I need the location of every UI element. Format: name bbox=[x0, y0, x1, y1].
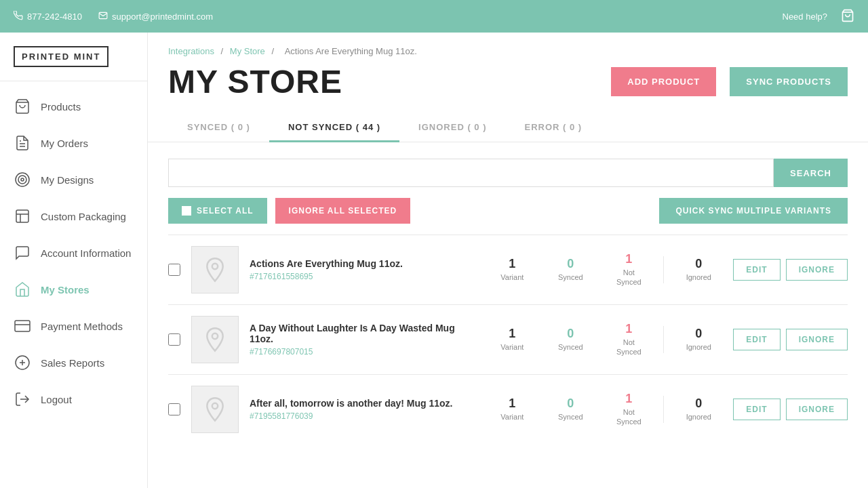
product-ignored-1: 0 Ignored bbox=[675, 258, 722, 282]
ignore-all-selected-button[interactable]: IGNORE ALL SELECTED bbox=[275, 198, 411, 224]
synced-count-3: 0 bbox=[547, 397, 594, 409]
product-name-3: After all, tomorrow is another day! Mug … bbox=[250, 398, 477, 409]
sidebar-item-my-orders[interactable]: My Orders bbox=[0, 125, 147, 161]
ignored-label-3: Ignored bbox=[675, 412, 722, 422]
sidebar-item-my-designs[interactable]: My Designs bbox=[0, 161, 147, 198]
edit-button-1[interactable]: EDIT bbox=[733, 259, 780, 281]
variants-label-3: Variant bbox=[488, 412, 536, 422]
reports-icon bbox=[14, 354, 31, 371]
logout-icon bbox=[14, 390, 31, 408]
topbar: 877-242-4810 support@printedmint.com Nee… bbox=[0, 0, 868, 33]
search-row: SEARCH bbox=[168, 159, 848, 187]
ignored-count-1: 0 bbox=[675, 258, 722, 270]
svg-point-17 bbox=[212, 333, 218, 339]
sidebar-item-label: Account Information bbox=[41, 247, 131, 259]
phone-contact: 877-242-4810 bbox=[14, 11, 82, 22]
variants-label-2: Variant bbox=[488, 342, 536, 352]
sidebar-item-sales-reports[interactable]: Sales Reports bbox=[0, 344, 147, 381]
phone-number: 877-242-4810 bbox=[27, 12, 82, 22]
divider-1 bbox=[663, 256, 664, 283]
help-link[interactable]: Need help? bbox=[783, 12, 828, 22]
cart-icon[interactable] bbox=[841, 9, 854, 24]
not-synced-count-1: 1 bbox=[605, 253, 652, 265]
action-bar: SELECT ALL IGNORE ALL SELECTED QUICK SYN… bbox=[148, 198, 868, 235]
ignore-button-3[interactable]: IGNORE bbox=[786, 399, 848, 420]
account-icon bbox=[14, 244, 31, 262]
svg-point-16 bbox=[212, 264, 218, 269]
not-synced-label-1: NotSynced bbox=[605, 268, 652, 287]
ignored-label-2: Ignored bbox=[675, 342, 722, 352]
sidebar-nav: Products My Orders My Designs Custom Pac… bbox=[0, 81, 147, 488]
sidebar-item-account-information[interactable]: Account Information bbox=[0, 235, 147, 271]
logo-text: PRINTED MINT bbox=[14, 46, 108, 67]
designs-icon bbox=[14, 171, 31, 188]
product-id-2[interactable]: #7176697807015 bbox=[250, 347, 477, 357]
product-ignored-2: 0 Ignored bbox=[675, 327, 722, 352]
page-header: MY STORE ADD PRODUCT SYNC PRODUCTS bbox=[148, 63, 868, 114]
topbar-right: Need help? bbox=[783, 9, 855, 24]
sidebar-item-products[interactable]: Products bbox=[0, 88, 147, 125]
ignore-button-1[interactable]: IGNORE bbox=[786, 259, 848, 281]
select-all-button[interactable]: SELECT ALL bbox=[168, 198, 267, 224]
product-not-synced-1: 1 NotSynced bbox=[605, 253, 652, 287]
product-list: Actions Are Everything Mug 11oz. #717616… bbox=[148, 235, 868, 444]
product-id-1[interactable]: #7176161558695 bbox=[250, 272, 477, 281]
table-row: A Day Without Laughter Is A Day Wasted M… bbox=[168, 304, 848, 374]
tab-synced[interactable]: SYNCED ( 0 ) bbox=[168, 114, 269, 142]
sidebar-item-custom-packaging[interactable]: Custom Packaging bbox=[0, 198, 147, 235]
breadcrumb: Integrations / My Store / Actions Are Ev… bbox=[148, 33, 868, 63]
edit-button-3[interactable]: EDIT bbox=[733, 399, 780, 420]
product-checkbox-3[interactable] bbox=[168, 403, 180, 415]
variants-label-1: Variant bbox=[488, 272, 536, 282]
breadcrumb-my-store[interactable]: My Store bbox=[230, 46, 265, 56]
sidebar-item-label: My Designs bbox=[41, 174, 94, 186]
sidebar-logo: PRINTED MINT bbox=[0, 33, 147, 81]
ignored-count-2: 0 bbox=[675, 327, 722, 340]
sidebar-item-my-stores[interactable]: My Stores bbox=[0, 271, 147, 308]
phone-icon bbox=[14, 11, 23, 22]
table-row: Actions Are Everything Mug 11oz. #717616… bbox=[168, 235, 848, 304]
breadcrumb-sep-2: / bbox=[271, 46, 276, 56]
svg-point-4 bbox=[16, 173, 29, 186]
product-ignored-3: 0 Ignored bbox=[675, 397, 722, 422]
edit-button-2[interactable]: EDIT bbox=[733, 329, 780, 350]
product-synced-1: 0 Synced bbox=[547, 258, 594, 282]
sidebar-item-label: Custom Packaging bbox=[41, 211, 126, 222]
synced-count-1: 0 bbox=[547, 258, 594, 270]
sidebar-item-label: Sales Reports bbox=[41, 357, 104, 369]
synced-count-2: 0 bbox=[547, 327, 594, 340]
search-input[interactable] bbox=[168, 159, 774, 187]
synced-label-3: Synced bbox=[547, 412, 594, 422]
product-variants-2: 1 Variant bbox=[488, 327, 536, 352]
product-thumbnail-2 bbox=[191, 316, 239, 363]
sidebar-item-label: Logout bbox=[41, 394, 72, 405]
product-actions-1: EDIT IGNORE bbox=[733, 259, 848, 281]
topbar-contact: 877-242-4810 support@printedmint.com bbox=[14, 11, 213, 22]
product-synced-3: 0 Synced bbox=[547, 397, 594, 422]
product-checkbox-2[interactable] bbox=[168, 333, 180, 346]
search-button[interactable]: SEARCH bbox=[774, 159, 848, 187]
product-not-synced-3: 1 NotSynced bbox=[605, 392, 652, 427]
divider-3 bbox=[663, 396, 664, 423]
svg-rect-7 bbox=[16, 210, 28, 222]
tab-not-synced[interactable]: NOT SYNCED ( 44 ) bbox=[269, 114, 399, 142]
product-thumbnail-3 bbox=[191, 386, 239, 433]
product-name-2: A Day Without Laughter Is A Day Wasted M… bbox=[250, 323, 477, 344]
sidebar-item-label: My Orders bbox=[41, 138, 88, 149]
sidebar-item-logout[interactable]: Logout bbox=[0, 381, 147, 418]
sidebar-item-payment-methods[interactable]: Payment Methods bbox=[0, 308, 147, 344]
email-address: support@printedmint.com bbox=[112, 12, 213, 22]
sync-products-button[interactable]: SYNC PRODUCTS bbox=[730, 67, 848, 96]
tab-error[interactable]: ERROR ( 0 ) bbox=[506, 114, 601, 142]
svg-point-18 bbox=[212, 403, 218, 409]
product-id-3[interactable]: #7195581776039 bbox=[250, 411, 477, 421]
product-actions-2: EDIT IGNORE bbox=[733, 329, 848, 350]
quick-sync-button[interactable]: QUICK SYNC MULTIPLE VARIANTS bbox=[659, 198, 848, 224]
svg-rect-10 bbox=[15, 321, 30, 331]
add-product-button[interactable]: ADD PRODUCT bbox=[611, 67, 716, 96]
breadcrumb-integrations[interactable]: Integrations bbox=[168, 46, 214, 56]
product-checkbox-1[interactable] bbox=[168, 264, 180, 276]
tab-ignored[interactable]: IGNORED ( 0 ) bbox=[399, 114, 505, 142]
variants-count-2: 1 bbox=[488, 327, 536, 340]
ignore-button-2[interactable]: IGNORE bbox=[786, 329, 848, 350]
